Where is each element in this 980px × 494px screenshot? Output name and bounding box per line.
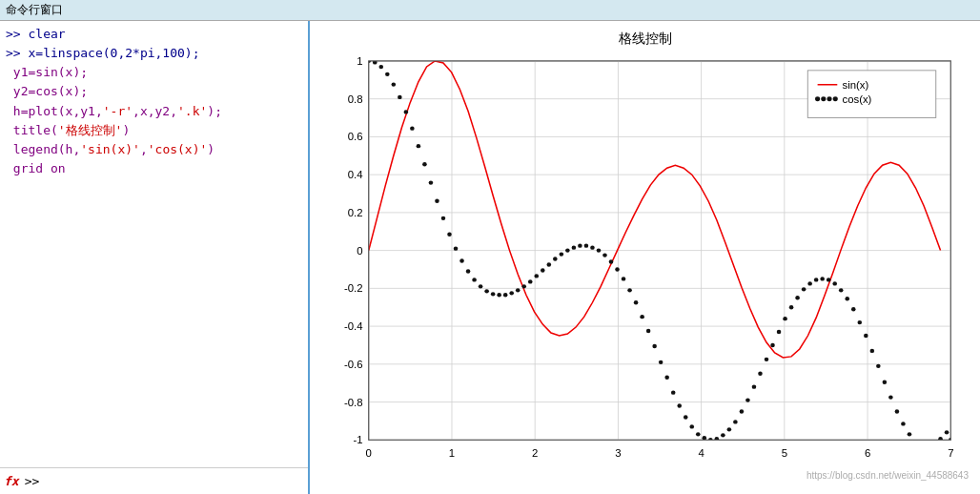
svg-point-123: [901, 422, 906, 425]
svg-text:-0.2: -0.2: [344, 283, 363, 295]
svg-point-77: [615, 267, 620, 271]
svg-text:0.6: 0.6: [348, 132, 363, 143]
svg-point-75: [602, 253, 607, 257]
svg-point-118: [870, 349, 875, 353]
svg-point-108: [807, 281, 812, 285]
svg-point-136: [827, 96, 831, 101]
legend-sin-label: sin(x): [842, 79, 868, 91]
line-6: title('格线控制'): [6, 121, 302, 140]
svg-point-122: [895, 409, 900, 413]
svg-text:6: 6: [865, 447, 870, 459]
svg-point-62: [521, 284, 526, 288]
svg-text:-1: -1: [353, 434, 362, 445]
svg-point-96: [733, 420, 738, 423]
svg-rect-132: [807, 71, 936, 118]
svg-point-129: [938, 437, 943, 441]
line-7: legend(h,'sin(x)','cos(x)'): [6, 140, 302, 159]
svg-point-66: [547, 262, 552, 266]
svg-point-58: [497, 293, 501, 297]
svg-point-124: [908, 432, 912, 436]
svg-point-67: [553, 257, 558, 260]
svg-point-73: [590, 245, 595, 249]
svg-text:0.4: 0.4: [348, 169, 363, 180]
svg-point-128: [932, 442, 937, 445]
svg-point-69: [565, 248, 570, 252]
svg-text:4: 4: [698, 447, 704, 459]
svg-point-111: [827, 278, 831, 281]
svg-point-60: [509, 291, 514, 295]
console-content: >> clear >> x=linspace(0,2*pi,100); y1=s…: [0, 21, 308, 467]
svg-point-121: [888, 395, 893, 399]
svg-text:0.8: 0.8: [348, 93, 363, 105]
svg-point-107: [802, 287, 806, 291]
svg-point-68: [560, 252, 564, 256]
chart-title: 格线控制: [319, 31, 970, 48]
svg-point-105: [789, 305, 794, 309]
svg-point-41: [392, 82, 397, 86]
svg-point-65: [541, 268, 545, 272]
svg-text:5: 5: [782, 447, 787, 459]
svg-text:7: 7: [948, 447, 953, 459]
line-8: grid on: [6, 159, 302, 178]
svg-point-45: [417, 144, 421, 148]
main-area: >> clear >> x=linspace(0,2*pi,100); y1=s…: [0, 21, 980, 494]
svg-point-89: [689, 424, 694, 428]
svg-point-49: [441, 216, 446, 220]
svg-point-113: [839, 288, 844, 292]
svg-point-53: [466, 269, 471, 273]
svg-point-82: [646, 329, 651, 333]
svg-point-48: [435, 199, 439, 203]
svg-point-90: [696, 432, 701, 436]
fx-icon: fx: [4, 474, 19, 488]
line-5: h=plot(x,y1,'-r',x,y2,'.k');: [6, 102, 302, 121]
svg-point-54: [472, 278, 477, 281]
svg-point-135: [821, 96, 826, 101]
svg-point-101: [765, 358, 769, 361]
plot-svg: 1 0.8 0.6 0.4 0.2 0 -0.2 -0.4 -0.6 -0.8 …: [319, 51, 970, 483]
svg-point-126: [920, 443, 925, 447]
line-2: >> x=linspace(0,2*pi,100);: [6, 44, 302, 63]
svg-point-51: [454, 246, 459, 250]
line-3: y1=sin(x);: [6, 63, 302, 82]
svg-text:3: 3: [615, 447, 621, 459]
svg-point-61: [516, 288, 521, 292]
line-1: >> clear: [6, 25, 302, 44]
svg-text:2: 2: [532, 447, 538, 459]
svg-point-78: [622, 277, 626, 280]
svg-point-120: [883, 381, 888, 384]
svg-text:1: 1: [449, 447, 455, 459]
svg-point-57: [491, 292, 496, 296]
svg-point-99: [752, 384, 757, 388]
svg-point-86: [671, 390, 676, 394]
console-panel: >> clear >> x=linspace(0,2*pi,100); y1=s…: [0, 21, 310, 494]
svg-text:-0.6: -0.6: [344, 359, 363, 370]
svg-point-95: [727, 427, 732, 431]
svg-point-137: [833, 96, 838, 101]
svg-text:1: 1: [357, 55, 362, 67]
svg-point-130: [945, 430, 949, 434]
svg-point-117: [864, 334, 868, 338]
svg-point-83: [652, 344, 657, 348]
svg-point-109: [814, 278, 819, 281]
svg-point-116: [858, 320, 863, 324]
svg-point-84: [659, 360, 664, 364]
svg-point-72: [584, 243, 589, 247]
svg-point-106: [795, 296, 800, 299]
svg-point-104: [783, 317, 787, 320]
svg-text:0: 0: [357, 245, 362, 257]
svg-point-112: [832, 281, 837, 285]
svg-text:-0.4: -0.4: [344, 320, 363, 332]
svg-point-81: [640, 315, 644, 319]
svg-point-40: [385, 72, 390, 76]
svg-point-110: [820, 277, 825, 280]
svg-point-87: [677, 403, 682, 407]
window-title: 命令行窗口: [6, 2, 63, 18]
svg-point-115: [851, 307, 856, 311]
svg-point-94: [721, 433, 725, 437]
svg-point-44: [410, 126, 415, 130]
svg-point-70: [572, 245, 577, 249]
svg-point-88: [684, 415, 688, 419]
svg-point-64: [534, 274, 539, 278]
svg-point-100: [758, 372, 763, 376]
svg-point-46: [422, 162, 427, 166]
